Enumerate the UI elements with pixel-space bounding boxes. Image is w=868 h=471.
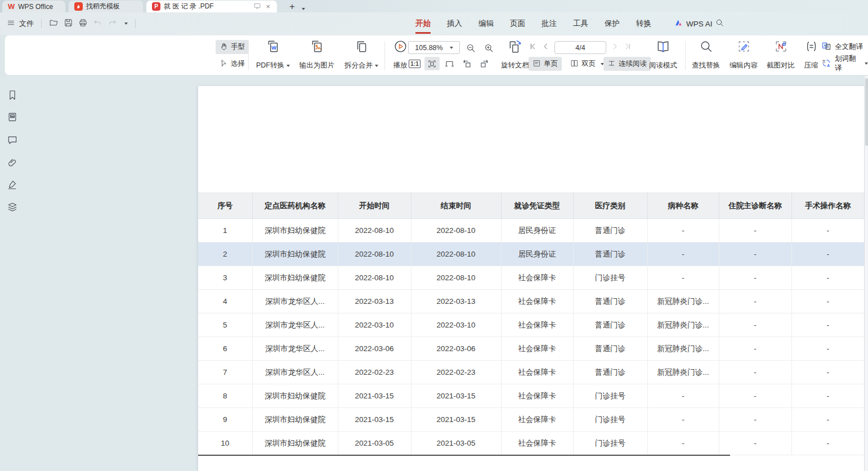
tab-docer-templates[interactable]: 找稻壳模板: [69, 1, 143, 12]
file-menu[interactable]: 文件: [19, 19, 34, 29]
actual-size-button[interactable]: 1:1: [407, 57, 422, 70]
read-mode-icon: [656, 39, 670, 56]
full-translate-button[interactable]: A文 全文翻译: [821, 40, 863, 53]
save-icon[interactable]: [64, 18, 73, 30]
open-file-icon[interactable]: [49, 18, 59, 30]
table-cell: -: [647, 243, 719, 266]
new-tab-button[interactable]: +: [287, 1, 297, 12]
wps-ai-button[interactable]: WPS AI: [674, 12, 713, 35]
single-page-button[interactable]: 单页: [529, 57, 562, 71]
export-image-icon: [310, 39, 324, 56]
double-page-button[interactable]: 双页: [566, 57, 608, 71]
pdf-convert-button[interactable]: W PDF转换: [252, 38, 294, 73]
attachment-icon[interactable]: [7, 157, 18, 168]
layers-icon[interactable]: [7, 201, 18, 213]
rotate-left-button[interactable]: [459, 57, 475, 70]
table-cell: 深圳市妇幼保健院: [252, 432, 338, 455]
print-icon[interactable]: [78, 18, 88, 30]
tab-document-active[interactable]: P 就 医 记 录 .PDF ×: [146, 1, 277, 12]
table-cell: 5: [198, 313, 252, 337]
scrollbar-thumb[interactable]: [865, 78, 868, 146]
table-cell: 2021-03-15: [411, 384, 501, 408]
table-cell: 深圳市妇幼保健院: [252, 219, 338, 243]
play-label: 播放: [393, 61, 408, 70]
table-cell: 2022-03-13: [338, 290, 411, 313]
table-cell: -: [719, 337, 791, 361]
screenshot-compare-button[interactable]: 截图对比: [763, 38, 799, 73]
screenshot-compare-label: 截图对比: [767, 61, 795, 70]
tab-list-chevron-icon[interactable]: [302, 8, 305, 10]
prev-page-icon[interactable]: [542, 42, 550, 53]
divider: [685, 41, 686, 70]
export-image-button[interactable]: 输出为图片: [294, 38, 339, 73]
thumbnail-icon[interactable]: [7, 111, 18, 123]
table-cell: 10: [198, 432, 252, 455]
rotate-left-icon: [462, 59, 472, 69]
rotate-right-button[interactable]: [477, 57, 492, 70]
table-cell: -: [719, 219, 791, 243]
column-header: 手术操作名称: [791, 193, 864, 219]
first-page-icon[interactable]: [529, 42, 537, 53]
table-cell: -: [791, 313, 864, 337]
select-tool-button[interactable]: 选择: [216, 57, 249, 71]
menu-item-tools[interactable]: 工具: [573, 19, 588, 29]
table-cell: -: [719, 408, 791, 432]
tab-wps-office[interactable]: W WPS Office: [2, 1, 65, 12]
fit-width-button[interactable]: [424, 57, 440, 70]
table-cell: 普通门诊: [573, 219, 647, 243]
zoom-level-select[interactable]: 105.88%: [408, 41, 460, 54]
more-actions-chevron-icon[interactable]: [124, 23, 128, 25]
docer-icon: [74, 2, 83, 11]
menu-item-insert[interactable]: 插入: [447, 19, 462, 29]
split-merge-button[interactable]: 拆分合并: [341, 38, 382, 73]
find-replace-button[interactable]: 查找替换: [687, 38, 724, 73]
compress-button[interactable]: 压缩: [800, 38, 822, 73]
continuous-read-button[interactable]: 连续阅读: [603, 57, 651, 71]
table-cell: -: [647, 266, 719, 290]
comment-icon[interactable]: [7, 134, 18, 146]
signature-icon[interactable]: [7, 179, 18, 190]
menu-item-annotate[interactable]: 批注: [542, 19, 557, 29]
table-cell: -: [719, 384, 791, 408]
hand-tool-button[interactable]: 手型: [216, 40, 249, 54]
vertical-scrollbar[interactable]: [864, 76, 868, 471]
table-cell: 门诊挂号: [573, 384, 647, 408]
actual-size-icon: 1:1: [409, 60, 420, 68]
page-indicator-input[interactable]: 4/4: [554, 41, 606, 54]
read-mode-button[interactable]: 阅读模式: [646, 38, 681, 73]
table-cell: 2021-03-15: [338, 408, 411, 432]
wps-logo-icon: W: [8, 2, 15, 11]
continuous-read-label: 连续阅读: [619, 59, 647, 69]
menu-item-page[interactable]: 页面: [510, 19, 525, 29]
column-header: 医疗类别: [573, 193, 647, 219]
table-cell: 深圳市龙华区人...: [252, 313, 338, 337]
column-header: 定点医药机构名称: [252, 193, 338, 219]
table-cell: -: [647, 432, 719, 455]
last-page-icon[interactable]: [624, 42, 632, 53]
undo-icon[interactable]: [93, 18, 102, 30]
monitor-icon[interactable]: [253, 2, 261, 11]
close-icon[interactable]: ×: [265, 2, 271, 11]
next-page-icon[interactable]: [611, 42, 619, 53]
table-cell: 7: [198, 361, 252, 384]
redo-icon[interactable]: [108, 18, 117, 30]
bookmark-icon[interactable]: [7, 89, 18, 101]
table-cell: 新冠肺炎门诊...: [647, 290, 719, 313]
menu-item-convert[interactable]: 转换: [636, 19, 651, 29]
table-cell: 普通门诊: [573, 313, 647, 337]
hamburger-icon[interactable]: [7, 19, 15, 29]
edit-content-button[interactable]: 编辑内容: [726, 38, 762, 73]
zoom-value: 105.88%: [415, 44, 442, 52]
table-cell: 2022-08-10: [411, 219, 501, 243]
page-navigation: 4/4: [529, 41, 632, 54]
fit-width-icon: [427, 59, 437, 69]
fit-page-button[interactable]: [442, 57, 457, 70]
menu-item-edit[interactable]: 编辑: [478, 19, 494, 29]
tab-label: WPS Office: [18, 3, 60, 11]
menu-item-protect[interactable]: 保护: [605, 19, 620, 29]
svg-text:文: 文: [822, 59, 826, 63]
search-icon[interactable]: [715, 18, 724, 30]
zoom-out-button[interactable]: [463, 41, 478, 55]
word-translate-button[interactable]: 文A 划词翻译: [821, 57, 868, 70]
menu-item-home[interactable]: 开始: [415, 19, 431, 29]
